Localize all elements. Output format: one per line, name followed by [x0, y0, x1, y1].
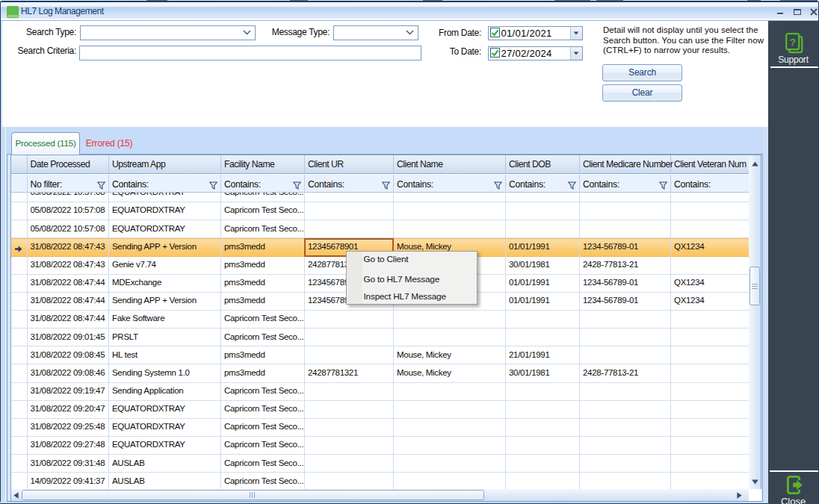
- svg-text:?: ?: [790, 37, 796, 48]
